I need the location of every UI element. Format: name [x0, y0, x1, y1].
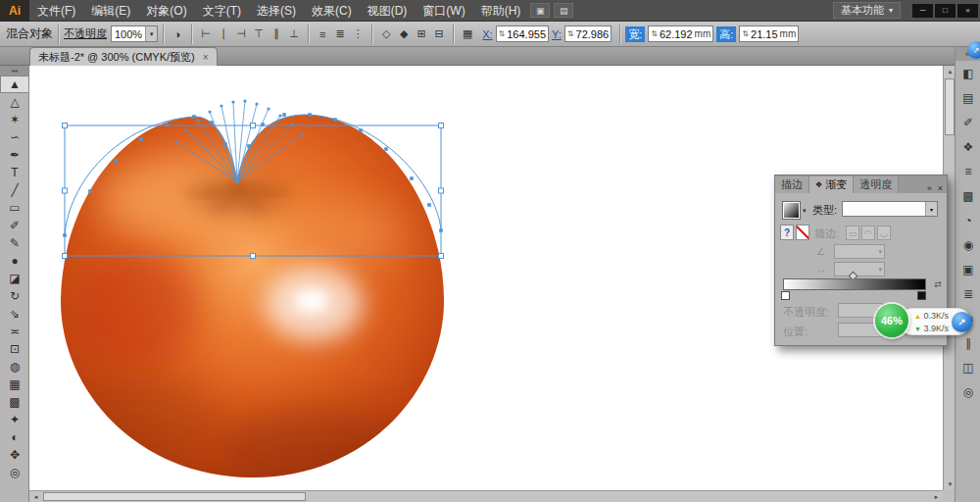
eyedropper-tool[interactable]: ✦ — [0, 411, 29, 428]
shape-builder-tool[interactable]: ◍ — [0, 358, 29, 376]
pencil-tool[interactable]: ✎ — [0, 234, 29, 252]
angle-dropdown[interactable]: ▾ — [834, 244, 885, 259]
transform-grid-icon[interactable]: ▦ — [459, 25, 476, 43]
paintbrush-tool[interactable]: ✐ — [0, 217, 29, 234]
tab-transparency[interactable]: 透明度 — [854, 176, 899, 193]
restore-button[interactable]: □ — [935, 4, 956, 18]
magic-wand-tool[interactable]: ✶ — [0, 111, 29, 128]
menu-type[interactable]: 文字(T) — [195, 0, 249, 22]
gradient-slider[interactable] — [783, 278, 926, 290]
menu-object[interactable]: 对象(O) — [138, 0, 194, 22]
vertical-scroll-thumb[interactable] — [945, 78, 955, 135]
height-input[interactable]: ⇅ 21.15 mm — [739, 25, 799, 42]
menu-effect[interactable]: 效果(C) — [304, 0, 360, 22]
rectangle-tool[interactable]: ▭ — [0, 199, 29, 217]
graphic-styles-panel-icon[interactable]: ▣ — [956, 257, 980, 281]
x-label[interactable]: X: — [482, 28, 492, 40]
horizontal-scroll-thumb[interactable] — [43, 492, 306, 501]
opacity-link[interactable]: 不透明度 — [64, 26, 107, 41]
convert-smooth-icon[interactable]: ◆ — [395, 25, 413, 43]
navigator-panel-icon[interactable]: ◎ — [956, 379, 980, 404]
spinner-icon[interactable]: ⇅ — [499, 30, 506, 38]
stroke-panel-icon[interactable]: ≡ — [956, 159, 980, 183]
tab-stroke[interactable]: 描边 — [775, 176, 809, 193]
appearance-panel-icon[interactable]: ◉ — [956, 232, 980, 257]
tab-close-icon[interactable]: × — [203, 52, 209, 63]
distribute-top-icon[interactable]: ≡ — [314, 25, 331, 43]
align-top-icon[interactable]: ⊤ — [250, 25, 268, 43]
eraser-tool[interactable]: ◪ — [0, 270, 29, 287]
spinner-icon[interactable]: ⇅ — [651, 30, 658, 38]
menu-edit[interactable]: 编辑(E) — [83, 0, 138, 22]
width-input[interactable]: ⇅ 62.192 mm — [648, 25, 713, 42]
swatch-menu-icon[interactable]: ▾ — [803, 207, 807, 215]
align-bottom-icon[interactable]: ⊥ — [285, 25, 303, 43]
tab-gradient[interactable]: ❖ 渐变 — [809, 176, 854, 193]
type-tool[interactable]: T — [0, 164, 29, 181]
gradient-stop-start[interactable] — [781, 291, 790, 300]
direct-selection-tool[interactable]: △ — [0, 93, 29, 111]
free-transform-tool[interactable]: ⊡ — [0, 340, 29, 358]
close-button[interactable]: × — [957, 4, 978, 18]
panel-close-icon[interactable]: × — [938, 183, 943, 193]
gradient-stop-end[interactable] — [917, 291, 926, 300]
gradient-tool[interactable]: ▩ — [0, 393, 29, 411]
pathfinder-panel-icon[interactable]: ◫ — [956, 355, 980, 379]
menu-select[interactable]: 选择(S) — [249, 0, 304, 22]
minimize-button[interactable]: ─ — [912, 4, 933, 18]
blend-tool[interactable]: ◐ — [0, 428, 29, 446]
stroke-across-icon[interactable]: ◡ — [877, 226, 891, 240]
align-v-center-icon[interactable]: ∥ — [268, 25, 285, 43]
align-left-icon[interactable]: ⊢ — [197, 25, 215, 43]
tomato-artwork[interactable] — [61, 115, 444, 490]
horizontal-scrollbar[interactable]: ◄ ► — [29, 490, 943, 502]
aspect-ratio-dropdown[interactable]: ▾ — [834, 262, 885, 276]
symbols-panel-icon[interactable]: ❖ — [956, 134, 980, 159]
menu-file[interactable]: 文件(F) — [29, 0, 83, 22]
hide-handles-icon[interactable]: ⊟ — [430, 25, 448, 43]
distribute-center-icon[interactable]: ≣ — [331, 25, 349, 43]
menu-window[interactable]: 窗口(W) — [415, 0, 472, 22]
floating-ball-docked-icon[interactable]: ↗ — [967, 41, 980, 59]
tools-collapse-icon[interactable]: ◂◂ — [0, 66, 28, 75]
workspace-switcher[interactable]: 基本功能 ▾ — [833, 2, 901, 19]
panel-collapse-icon[interactable]: » — [927, 183, 932, 193]
gradient-fill-swatch[interactable] — [782, 201, 801, 220]
gradient-panel-icon[interactable]: ▩ — [956, 183, 980, 208]
transparency-panel-icon[interactable]: ◔ — [956, 208, 980, 232]
scroll-right-icon[interactable]: ► — [930, 491, 943, 502]
selection-tool[interactable]: ▲ — [0, 75, 29, 93]
x-input[interactable]: ⇅ 164.955 — [496, 25, 549, 42]
arrange-documents-icon[interactable]: ▣ — [530, 3, 550, 18]
browser-ball-icon[interactable]: ↗ — [952, 312, 972, 332]
y-label[interactable]: Y: — [552, 28, 562, 40]
y-input[interactable]: ⇅ 72.986 — [564, 25, 612, 42]
stroke-along-icon[interactable]: ◠ — [861, 226, 875, 240]
opacity-dropdown[interactable]: 100% ▼ — [111, 25, 158, 42]
scale-tool[interactable]: ⇘ — [0, 305, 29, 323]
swatches-panel-icon[interactable]: ▤ — [956, 85, 980, 110]
lasso-tool[interactable]: ∽ — [0, 128, 29, 146]
help-badge[interactable]: ? — [780, 225, 794, 240]
stroke-within-icon[interactable]: ▭ — [846, 226, 859, 240]
menu-help[interactable]: 帮助(H) — [473, 0, 529, 22]
blob-brush-tool[interactable]: ● — [0, 252, 29, 270]
align-h-center-icon[interactable]: ∣ — [215, 25, 232, 43]
show-handles-icon[interactable]: ⊞ — [413, 25, 430, 43]
line-segment-tool[interactable]: ╱ — [0, 181, 29, 199]
align-right-icon[interactable]: ⊣ — [232, 25, 250, 43]
hand-tool[interactable]: ✥ — [0, 446, 29, 464]
distribute-bottom-icon[interactable]: ⋮ — [349, 25, 367, 43]
gradient-type-dropdown[interactable]: ▾ — [842, 201, 938, 217]
width-tool[interactable]: ≍ — [0, 323, 29, 340]
screen-mode-icon[interactable]: ▤ — [554, 3, 573, 18]
reverse-gradient-icon[interactable]: ⇄ — [931, 277, 945, 291]
scroll-left-icon[interactable]: ◄ — [29, 491, 42, 502]
spinner-icon[interactable]: ⇅ — [742, 30, 749, 38]
zoom-tool[interactable]: ◎ — [0, 464, 29, 481]
convert-corner-icon[interactable]: ◇ — [377, 25, 395, 43]
color-panel-icon[interactable]: ◧ — [956, 61, 980, 85]
spinner-icon[interactable]: ⇅ — [567, 30, 574, 38]
rotate-tool[interactable]: ↻ — [0, 287, 29, 305]
speedup-ball[interactable]: 46% — [875, 304, 908, 337]
